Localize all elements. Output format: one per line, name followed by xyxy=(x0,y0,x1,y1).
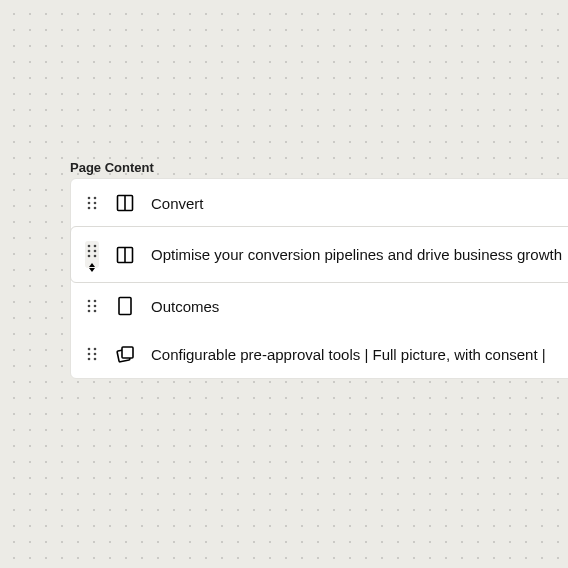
block-row[interactable]: Outcomes xyxy=(71,282,568,330)
svg-point-3 xyxy=(94,202,97,205)
svg-point-8 xyxy=(88,245,91,248)
svg-rect-22 xyxy=(119,298,131,315)
svg-point-21 xyxy=(94,310,97,313)
svg-point-10 xyxy=(88,250,91,253)
block-label: Configurable pre-approval tools | Full p… xyxy=(151,346,546,363)
svg-point-25 xyxy=(88,353,91,356)
block-row[interactable]: Convert xyxy=(71,179,568,227)
svg-point-2 xyxy=(88,202,91,205)
svg-point-24 xyxy=(94,348,97,351)
svg-point-18 xyxy=(88,305,91,308)
svg-point-19 xyxy=(94,305,97,308)
svg-point-11 xyxy=(94,250,97,253)
cards-icon xyxy=(115,344,135,364)
svg-point-23 xyxy=(88,348,91,351)
columns-icon xyxy=(115,245,135,265)
svg-point-12 xyxy=(88,255,91,258)
svg-point-4 xyxy=(88,207,91,210)
svg-point-1 xyxy=(94,197,97,200)
section-title: Page Content xyxy=(70,160,154,175)
block-label: Convert xyxy=(151,195,204,212)
svg-point-13 xyxy=(94,255,97,258)
block-label: Optimise your conversion pipelines and d… xyxy=(151,246,562,263)
svg-point-28 xyxy=(94,358,97,361)
svg-point-26 xyxy=(94,353,97,356)
page-icon xyxy=(115,296,135,316)
block-row[interactable]: Optimise your conversion pipelines and d… xyxy=(70,226,568,283)
block-label: Outcomes xyxy=(151,298,219,315)
block-row[interactable]: Configurable pre-approval tools | Full p… xyxy=(71,330,568,378)
drag-handle-icon[interactable] xyxy=(85,347,99,361)
drag-handle-icon[interactable] xyxy=(85,241,99,268)
svg-point-5 xyxy=(94,207,97,210)
drag-handle-icon[interactable] xyxy=(85,299,99,313)
svg-point-0 xyxy=(88,197,91,200)
svg-point-9 xyxy=(94,245,97,248)
svg-rect-30 xyxy=(122,347,133,358)
svg-point-27 xyxy=(88,358,91,361)
drag-handle-icon[interactable] xyxy=(85,196,99,210)
page-content-panel: Convert Optimise your conversion pipelin… xyxy=(70,178,568,379)
columns-icon xyxy=(115,193,135,213)
svg-point-16 xyxy=(88,300,91,303)
svg-point-17 xyxy=(94,300,97,303)
svg-point-20 xyxy=(88,310,91,313)
